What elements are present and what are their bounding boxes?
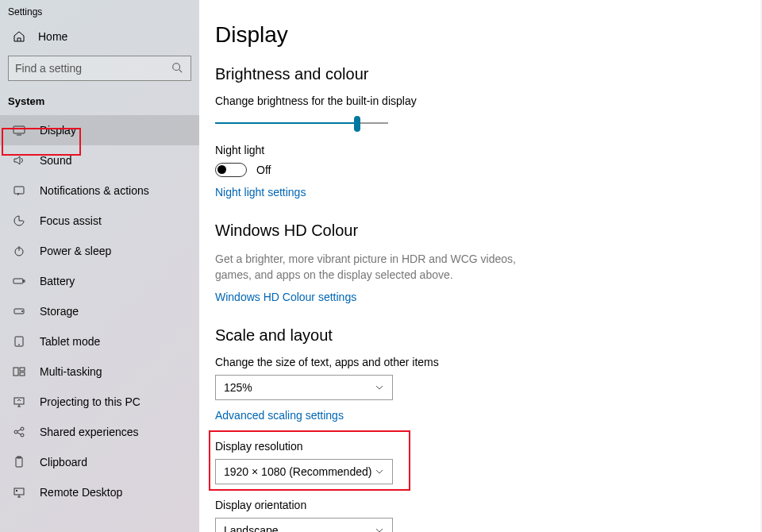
page-title: Display: [215, 22, 762, 48]
section-hd-heading: Windows HD Colour: [215, 222, 762, 240]
svg-rect-5: [23, 280, 25, 282]
nav-label: Remote Desktop: [40, 486, 122, 499]
nav-list: Display Sound Notifications & actions Fo…: [0, 115, 199, 532]
advanced-scaling-link[interactable]: Advanced scaling settings: [215, 409, 344, 422]
night-light-settings-link[interactable]: Night light settings: [215, 186, 306, 199]
scale-size-select[interactable]: 125%: [215, 375, 393, 400]
night-light-toggle[interactable]: [215, 163, 247, 177]
nav-label: Power & sleep: [40, 245, 111, 257]
svg-point-13: [14, 430, 17, 434]
display-icon: [13, 124, 25, 137]
chevron-down-icon: [375, 383, 384, 392]
svg-point-7: [21, 310, 22, 311]
sidebar: Settings Home System Display Sound Notif…: [0, 0, 199, 532]
hd-description: Get a brighter, more vibrant picture in …: [215, 251, 548, 283]
search-input-container[interactable]: [8, 56, 191, 81]
orientation-select[interactable]: Landscape: [215, 518, 393, 532]
storage-icon: [13, 305, 25, 318]
sidebar-item-battery[interactable]: Battery: [0, 266, 199, 296]
sidebar-item-power-sleep[interactable]: Power & sleep: [0, 236, 199, 266]
sidebar-item-sound[interactable]: Sound: [0, 145, 199, 175]
home-icon: [13, 30, 25, 43]
search-input[interactable]: [15, 62, 171, 75]
slider-thumb[interactable]: [354, 116, 360, 132]
sidebar-item-multi-tasking[interactable]: Multi-tasking: [0, 357, 199, 387]
scale-size-value: 125%: [224, 381, 252, 394]
slider-fill: [215, 122, 357, 124]
resolution-label: Display resolution: [215, 440, 762, 453]
power-icon: [13, 245, 25, 257]
svg-rect-11: [20, 372, 25, 376]
focus-icon: [13, 214, 25, 227]
group-header-system: System: [0, 89, 199, 115]
search-icon: [171, 62, 184, 75]
home-button[interactable]: Home: [0, 22, 199, 51]
nav-label: Display: [40, 124, 76, 137]
nav-label: Storage: [40, 305, 79, 318]
sidebar-item-display[interactable]: Display: [0, 115, 199, 145]
brightness-slider[interactable]: [215, 114, 388, 133]
svg-rect-2: [14, 187, 24, 194]
sidebar-item-shared-experiences[interactable]: Shared experiences: [0, 417, 199, 447]
nav-label: Notifications & actions: [40, 184, 149, 197]
section-brightness-heading: Brightness and colour: [215, 65, 762, 83]
sidebar-item-tablet-mode[interactable]: Tablet mode: [0, 326, 199, 357]
sidebar-item-clipboard[interactable]: Clipboard: [0, 447, 199, 477]
nav-label: Battery: [40, 275, 75, 287]
svg-rect-16: [16, 457, 22, 467]
svg-point-0: [173, 64, 180, 71]
shared-icon: [13, 426, 25, 438]
nav-label: Multi-tasking: [40, 365, 102, 378]
sidebar-item-focus-assist[interactable]: Focus assist: [0, 206, 199, 236]
svg-point-14: [21, 427, 24, 430]
notifications-icon: [13, 184, 25, 197]
toggle-knob: [217, 165, 226, 174]
orientation-label: Display orientation: [215, 499, 762, 511]
multitask-icon: [13, 365, 25, 378]
night-light-label: Night light: [215, 144, 762, 156]
clipboard-icon: [13, 456, 25, 468]
chevron-down-icon: [375, 526, 384, 532]
chevron-down-icon: [375, 467, 384, 476]
svg-point-15: [21, 434, 24, 437]
app-title: Settings: [0, 0, 199, 22]
main-content: Display Brightness and colour Change bri…: [199, 0, 762, 532]
tablet-icon: [13, 335, 25, 348]
sidebar-item-projecting[interactable]: Projecting to this PC: [0, 387, 199, 417]
svg-rect-9: [13, 368, 18, 376]
sound-icon: [13, 154, 25, 167]
brightness-slider-label: Change brightness for the built-in displ…: [215, 94, 762, 107]
home-label: Home: [38, 30, 67, 43]
battery-icon: [13, 275, 25, 287]
svg-rect-10: [20, 368, 25, 371]
orientation-value: Landscape: [224, 524, 279, 532]
sidebar-item-notifications[interactable]: Notifications & actions: [0, 175, 199, 206]
svg-rect-4: [13, 279, 23, 283]
svg-rect-1: [13, 126, 25, 133]
resolution-value: 1920 × 1080 (Recommended): [224, 465, 371, 478]
scale-size-label: Change the size of text, apps and other …: [215, 356, 762, 368]
hd-settings-link[interactable]: Windows HD Colour settings: [215, 291, 356, 303]
section-scale-heading: Scale and layout: [215, 326, 762, 345]
svg-rect-18: [14, 488, 24, 495]
nav-label: Tablet mode: [40, 335, 100, 348]
nav-label: Clipboard: [40, 456, 87, 468]
sidebar-item-storage[interactable]: Storage: [0, 296, 199, 326]
svg-rect-12: [14, 398, 24, 404]
nav-label: Focus assist: [40, 214, 102, 227]
nav-label: Shared experiences: [40, 426, 139, 438]
nav-label: Projecting to this PC: [40, 395, 140, 408]
sidebar-item-remote-desktop[interactable]: Remote Desktop: [0, 477, 199, 507]
resolution-select[interactable]: 1920 × 1080 (Recommended): [215, 459, 393, 484]
nav-label: Sound: [40, 154, 71, 167]
night-light-state: Off: [256, 164, 271, 176]
project-icon: [13, 395, 25, 408]
remote-icon: [13, 486, 25, 499]
